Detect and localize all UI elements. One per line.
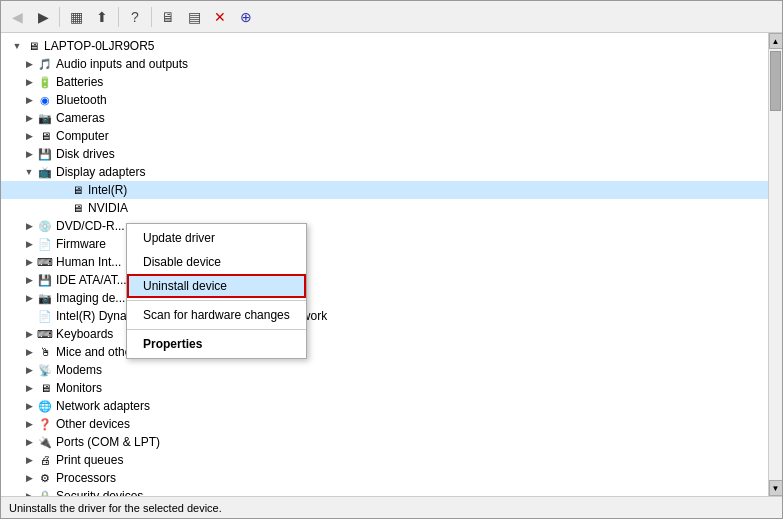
nvidia-icon: 🖥 bbox=[69, 200, 85, 216]
sidebar-item-batteries[interactable]: 🔋 Batteries bbox=[1, 73, 768, 91]
uninstall-toolbar-button[interactable]: ✕ bbox=[208, 5, 232, 29]
tree-root[interactable]: 🖥 LAPTOP-0LJR9OR5 bbox=[1, 37, 768, 55]
disk-arrow bbox=[21, 146, 37, 162]
device-tree[interactable]: 🖥 LAPTOP-0LJR9OR5 🎵 Audio inputs and out… bbox=[1, 33, 768, 496]
ctx-update-driver[interactable]: Update driver bbox=[127, 226, 306, 250]
keyboards-label: Keyboards bbox=[56, 327, 113, 341]
properties-small-button[interactable]: ▦ bbox=[64, 5, 88, 29]
disk-icon: 💾 bbox=[37, 146, 53, 162]
ctx-uninstall-device[interactable]: Uninstall device bbox=[127, 274, 306, 298]
scroll-track[interactable] bbox=[769, 49, 782, 480]
scroll-up[interactable]: ▲ bbox=[769, 33, 783, 49]
network-icon: 🌐 bbox=[37, 398, 53, 414]
intel-label: Intel(R) bbox=[88, 183, 127, 197]
update-driver-small-button[interactable]: ⬆ bbox=[90, 5, 114, 29]
status-text: Uninstalls the driver for the selected d… bbox=[9, 502, 222, 514]
sidebar-item-mice[interactable]: 🖱 Mice and other pointing devices bbox=[1, 343, 768, 361]
display-arrow bbox=[21, 164, 37, 180]
sidebar-item-firmware[interactable]: 📄 Firmware bbox=[1, 235, 768, 253]
sidebar-item-humanint[interactable]: ⌨ Human Int... bbox=[1, 253, 768, 271]
toolbar-btn-4[interactable]: ▤ bbox=[182, 5, 206, 29]
imaging-arrow bbox=[21, 290, 37, 306]
sidebar-item-keyboards[interactable]: ⌨ Keyboards bbox=[1, 325, 768, 343]
humanint-icon: ⌨ bbox=[37, 254, 53, 270]
separator-1 bbox=[59, 7, 60, 27]
disk-label: Disk drives bbox=[56, 147, 115, 161]
display-label: Display adapters bbox=[56, 165, 145, 179]
sidebar-item-imaging[interactable]: 📷 Imaging de... bbox=[1, 289, 768, 307]
print-arrow bbox=[21, 452, 37, 468]
print-icon: 🖨 bbox=[37, 452, 53, 468]
humanint-arrow bbox=[21, 254, 37, 270]
batteries-arrow bbox=[21, 74, 37, 90]
intel-icon: 🖥 bbox=[69, 182, 85, 198]
sidebar-item-network[interactable]: 🌐 Network adapters bbox=[1, 397, 768, 415]
sidebar-item-audio[interactable]: 🎵 Audio inputs and outputs bbox=[1, 55, 768, 73]
help-button[interactable]: ? bbox=[123, 5, 147, 29]
sidebar-item-modems[interactable]: 📡 Modems bbox=[1, 361, 768, 379]
sidebar-item-nvidia[interactable]: 🖥 NVIDIA bbox=[1, 199, 768, 217]
sidebar-item-intel[interactable]: 🖥 Intel(R) bbox=[1, 181, 768, 199]
sidebar-item-display[interactable]: 📺 Display adapters bbox=[1, 163, 768, 181]
sidebar-item-bluetooth[interactable]: ◉ Bluetooth bbox=[1, 91, 768, 109]
other-label: Other devices bbox=[56, 417, 130, 431]
sidebar-item-inteldynamic[interactable]: 📄 Intel(R) Dynamic Platform and Thermal … bbox=[1, 307, 768, 325]
cameras-icon: 📷 bbox=[37, 110, 53, 126]
monitors-arrow bbox=[21, 380, 37, 396]
ctx-scan-hardware[interactable]: Scan for hardware changes bbox=[127, 303, 306, 327]
firmware-icon: 📄 bbox=[37, 236, 53, 252]
scrollbar[interactable]: ▲ ▼ bbox=[768, 33, 782, 496]
nvidia-arrow bbox=[53, 200, 69, 216]
sidebar-item-print[interactable]: 🖨 Print queues bbox=[1, 451, 768, 469]
sidebar-item-other[interactable]: ❓ Other devices bbox=[1, 415, 768, 433]
scroll-thumb[interactable] bbox=[770, 51, 781, 111]
scan-toolbar-button[interactable]: ⊕ bbox=[234, 5, 258, 29]
dvd-label: DVD/CD-R... bbox=[56, 219, 125, 233]
keyboards-icon: ⌨ bbox=[37, 326, 53, 342]
toolbar: ◀ ▶ ▦ ⬆ ? 🖥 ▤ ✕ ⊕ bbox=[1, 1, 782, 33]
back-button[interactable]: ◀ bbox=[5, 5, 29, 29]
network-label: Network adapters bbox=[56, 399, 150, 413]
ideata-label: IDE ATA/AT... bbox=[56, 273, 127, 287]
ctx-disable-device[interactable]: Disable device bbox=[127, 250, 306, 274]
sidebar-item-ports[interactable]: 🔌 Ports (COM & LPT) bbox=[1, 433, 768, 451]
sidebar-item-computer[interactable]: 🖥 Computer bbox=[1, 127, 768, 145]
audio-icon: 🎵 bbox=[37, 56, 53, 72]
modems-arrow bbox=[21, 362, 37, 378]
print-label: Print queues bbox=[56, 453, 123, 467]
separator-2 bbox=[118, 7, 119, 27]
sidebar-item-disk[interactable]: 💾 Disk drives bbox=[1, 145, 768, 163]
display-toolbar-button[interactable]: 🖥 bbox=[156, 5, 180, 29]
computer-arrow bbox=[21, 128, 37, 144]
computer-label: Computer bbox=[56, 129, 109, 143]
device-manager-window: ◀ ▶ ▦ ⬆ ? 🖥 ▤ ✕ ⊕ 🖥 LAPTOP-0LJR9OR5 🎵 Au… bbox=[0, 0, 783, 519]
bluetooth-icon: ◉ bbox=[37, 92, 53, 108]
network-arrow bbox=[21, 398, 37, 414]
audio-arrow bbox=[21, 56, 37, 72]
mice-arrow bbox=[21, 344, 37, 360]
dvd-icon: 💿 bbox=[37, 218, 53, 234]
sidebar-item-processors[interactable]: ⚙ Processors bbox=[1, 469, 768, 487]
inteldynamic-icon: 📄 bbox=[37, 308, 53, 324]
status-bar: Uninstalls the driver for the selected d… bbox=[1, 496, 782, 518]
sidebar-item-ideata[interactable]: 💾 IDE ATA/AT... bbox=[1, 271, 768, 289]
nvidia-label: NVIDIA bbox=[88, 201, 128, 215]
modems-icon: 📡 bbox=[37, 362, 53, 378]
bluetooth-arrow bbox=[21, 92, 37, 108]
ports-icon: 🔌 bbox=[37, 434, 53, 450]
separator-3 bbox=[151, 7, 152, 27]
scroll-down[interactable]: ▼ bbox=[769, 480, 783, 496]
sidebar-item-cameras[interactable]: 📷 Cameras bbox=[1, 109, 768, 127]
ctx-properties[interactable]: Properties bbox=[127, 332, 306, 356]
sidebar-item-security[interactable]: 🔒 Security devices bbox=[1, 487, 768, 496]
context-menu: Update driver Disable device Uninstall d… bbox=[126, 223, 307, 359]
sidebar-item-monitors[interactable]: 🖥 Monitors bbox=[1, 379, 768, 397]
processors-label: Processors bbox=[56, 471, 116, 485]
sidebar-item-dvd[interactable]: 💿 DVD/CD-R... bbox=[1, 217, 768, 235]
forward-button[interactable]: ▶ bbox=[31, 5, 55, 29]
ctx-separator-2 bbox=[127, 329, 306, 330]
humanint-label: Human Int... bbox=[56, 255, 121, 269]
audio-label: Audio inputs and outputs bbox=[56, 57, 188, 71]
bluetooth-label: Bluetooth bbox=[56, 93, 107, 107]
other-arrow bbox=[21, 416, 37, 432]
